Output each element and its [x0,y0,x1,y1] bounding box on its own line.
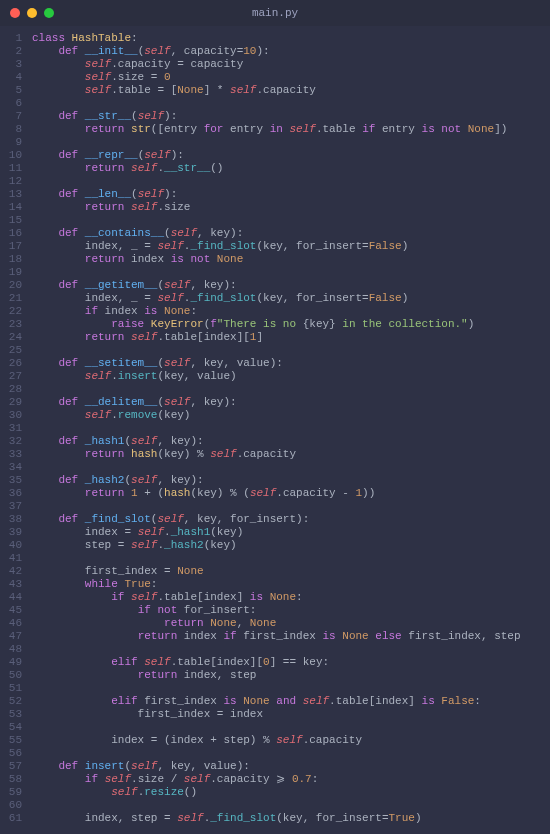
code-line[interactable]: def _find_slot(self, key, for_insert): [32,513,550,526]
line-number: 51 [0,682,28,695]
close-icon[interactable] [10,8,20,18]
code-line[interactable]: def __len__(self): [32,188,550,201]
code-line[interactable]: raise KeyError(f"There is no {key} in th… [32,318,550,331]
line-number: 41 [0,552,28,565]
window-title: main.py [0,7,550,19]
line-number: 30 [0,409,28,422]
line-number: 19 [0,266,28,279]
code-line[interactable] [32,175,550,188]
line-number: 50 [0,669,28,682]
code-line[interactable] [32,344,550,357]
code-line[interactable]: index, step = self._find_slot(key, for_i… [32,812,550,825]
code-line[interactable]: if index is None: [32,305,550,318]
line-number: 53 [0,708,28,721]
code-line[interactable]: return index is not None [32,253,550,266]
line-number: 40 [0,539,28,552]
line-number: 25 [0,344,28,357]
code-line[interactable]: elif self.table[index][0] == key: [32,656,550,669]
code-line[interactable]: self.table = [None] * self.capacity [32,84,550,97]
code-line[interactable] [32,500,550,513]
code-line[interactable] [32,214,550,227]
zoom-icon[interactable] [44,8,54,18]
code-editor[interactable]: 1234567891011121314151617181920212223242… [0,26,550,834]
code-line[interactable]: def __init__(self, capacity=10): [32,45,550,58]
code-line[interactable]: return index, step [32,669,550,682]
code-line[interactable]: def _hash1(self, key): [32,435,550,448]
code-line[interactable]: index = self._hash1(key) [32,526,550,539]
line-number: 49 [0,656,28,669]
line-number: 15 [0,214,28,227]
code-line[interactable] [32,682,550,695]
code-line[interactable]: def __repr__(self): [32,149,550,162]
code-line[interactable]: index, _ = self._find_slot(key, for_inse… [32,292,550,305]
code-line[interactable]: def insert(self, key, value): [32,760,550,773]
code-line[interactable]: return hash(key) % self.capacity [32,448,550,461]
line-number: 10 [0,149,28,162]
line-number: 16 [0,227,28,240]
line-number: 47 [0,630,28,643]
code-line[interactable] [32,422,550,435]
line-number: 6 [0,97,28,110]
code-line[interactable] [32,97,550,110]
line-number: 13 [0,188,28,201]
line-number: 8 [0,123,28,136]
line-number: 34 [0,461,28,474]
line-number: 58 [0,773,28,786]
code-line[interactable] [32,799,550,812]
code-line[interactable]: index = (index + step) % self.capacity [32,734,550,747]
code-line[interactable]: first_index = index [32,708,550,721]
line-number: 1 [0,32,28,45]
line-number: 32 [0,435,28,448]
line-number: 31 [0,422,28,435]
code-line[interactable]: def __contains__(self, key): [32,227,550,240]
code-line[interactable]: self.capacity = capacity [32,58,550,71]
code-line[interactable] [32,266,550,279]
code-line[interactable]: return self.__str__() [32,162,550,175]
code-line[interactable]: return str([entry for entry in self.tabl… [32,123,550,136]
code-line[interactable]: if not for_insert: [32,604,550,617]
code-line[interactable]: self.insert(key, value) [32,370,550,383]
code-line[interactable] [32,721,550,734]
code-line[interactable]: def __str__(self): [32,110,550,123]
code-line[interactable]: return 1 + (hash(key) % (self.capacity -… [32,487,550,500]
code-line[interactable]: return self.size [32,201,550,214]
code-line[interactable]: index, _ = self._find_slot(key, for_inse… [32,240,550,253]
code-line[interactable]: self.resize() [32,786,550,799]
code-line[interactable] [32,461,550,474]
code-area[interactable]: class HashTable: def __init__(self, capa… [32,32,550,825]
code-line[interactable]: if self.table[index] is None: [32,591,550,604]
code-line[interactable]: if self.size / self.capacity ⩾ 0.7: [32,773,550,786]
code-line[interactable]: def __setitem__(self, key, value): [32,357,550,370]
line-number: 20 [0,279,28,292]
code-line[interactable] [32,643,550,656]
line-number: 26 [0,357,28,370]
line-number: 44 [0,591,28,604]
code-line[interactable] [32,552,550,565]
code-line[interactable] [32,383,550,396]
code-line[interactable] [32,747,550,760]
code-line[interactable]: def __delitem__(self, key): [32,396,550,409]
line-number: 33 [0,448,28,461]
line-number: 28 [0,383,28,396]
line-number: 56 [0,747,28,760]
code-line[interactable]: self.remove(key) [32,409,550,422]
code-line[interactable]: self.size = 0 [32,71,550,84]
code-line[interactable]: class HashTable: [32,32,550,45]
code-line[interactable]: def __getitem__(self, key): [32,279,550,292]
code-line[interactable]: return self.table[index][1] [32,331,550,344]
line-number: 5 [0,84,28,97]
line-number: 54 [0,721,28,734]
code-line[interactable]: elif first_index is None and self.table[… [32,695,550,708]
line-number: 23 [0,318,28,331]
minimize-icon[interactable] [27,8,37,18]
code-line[interactable] [32,136,550,149]
code-line[interactable]: return None, None [32,617,550,630]
code-line[interactable]: step = self._hash2(key) [32,539,550,552]
code-line[interactable]: return index if first_index is None else… [32,630,550,643]
line-number: 21 [0,292,28,305]
line-number: 17 [0,240,28,253]
line-number: 39 [0,526,28,539]
code-line[interactable]: while True: [32,578,550,591]
code-line[interactable]: def _hash2(self, key): [32,474,550,487]
code-line[interactable]: first_index = None [32,565,550,578]
